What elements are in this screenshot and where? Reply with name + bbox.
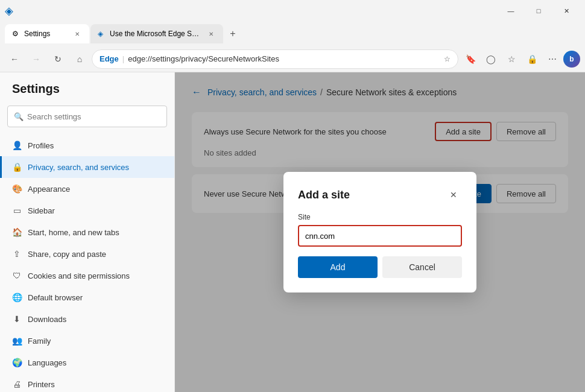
tab-edge[interactable]: ◈ Use the Microsoft Edge Secure N… ✕	[90, 24, 223, 43]
star-icon[interactable]: ☆	[444, 55, 451, 63]
family-icon: 👥	[12, 336, 22, 346]
modal-add-button[interactable]: Add	[298, 256, 378, 278]
address-bar: ← → ↻ ⌂ Edge | edge://settings/privacy/S…	[0, 46, 585, 72]
tab-settings-favicon: ⚙	[12, 30, 21, 38]
tab-settings-title: Settings	[24, 30, 69, 38]
modal-title: Add a site	[298, 189, 350, 201]
new-tab-button[interactable]: +	[224, 25, 241, 42]
search-box[interactable]: 🔍	[7, 106, 167, 127]
address-input-bar[interactable]: Edge | edge://settings/privacy/SecureNet…	[92, 49, 458, 69]
edge-logo-icon: ◈	[5, 4, 13, 17]
sidebar-item-downloads[interactable]: ⬇ Downloads	[0, 308, 174, 330]
sidebar-item-privacy[interactable]: 🔒 Privacy, search, and services	[0, 156, 174, 178]
sidebar-item-profiles[interactable]: 👤 Profiles	[0, 134, 174, 156]
sidebar-item-appearance-label: Appearance	[28, 185, 70, 194]
split-screen-icon[interactable]: ◯	[481, 49, 501, 69]
collections-icon[interactable]: 🔖	[461, 49, 480, 69]
favorites-icon[interactable]: ☆	[502, 49, 521, 69]
url-display: edge://settings/privacy/SecureNetworkSit…	[128, 54, 440, 63]
appearance-icon: 🎨	[12, 184, 22, 194]
languages-icon: 🌍	[12, 358, 22, 367]
title-bar: ◈ — □ ✕	[0, 0, 585, 22]
modal-overlay[interactable]: Add a site ✕ Site Add Cancel	[175, 72, 585, 392]
sidebar-item-default-browser-label: Default browser	[28, 293, 83, 302]
sidebar-item-start-home[interactable]: 🏠 Start, home, and new tabs	[0, 221, 174, 243]
privacy-icon: 🔒	[12, 162, 22, 172]
minimize-button[interactable]: —	[497, 0, 525, 22]
tab-edge-title: Use the Microsoft Edge Secure N…	[110, 30, 203, 38]
share-copy-icon: ⇪	[12, 249, 22, 259]
main-layout: Settings 🔍 👤 Profiles 🔒 Privacy, search,…	[0, 72, 585, 392]
search-input[interactable]	[27, 112, 160, 121]
window-controls: — □ ✕	[497, 0, 580, 22]
cookies-icon: 🛡	[12, 271, 22, 280]
tab-settings-close[interactable]: ✕	[72, 29, 82, 39]
add-site-modal: Add a site ✕ Site Add Cancel	[283, 172, 476, 292]
modal-close-button[interactable]: ✕	[445, 186, 462, 203]
sidebar-item-appearance[interactable]: 🎨 Appearance	[0, 178, 174, 200]
modal-actions: Add Cancel	[298, 256, 462, 278]
bing-copilot-icon[interactable]: b	[563, 51, 580, 68]
sidebar-item-sidebar-label: Sidebar	[28, 206, 55, 215]
content-area: ← Privacy, search, and services / Secure…	[175, 72, 585, 392]
sidebar-item-languages-label: Languages	[28, 358, 66, 367]
modal-header: Add a site ✕	[298, 186, 462, 203]
sidebar-item-printers-label: Printers	[28, 380, 55, 389]
tab-settings[interactable]: ⚙ Settings ✕	[5, 24, 89, 43]
home-button[interactable]: ⌂	[70, 49, 89, 69]
sidebar: Settings 🔍 👤 Profiles 🔒 Privacy, search,…	[0, 72, 175, 392]
sidebar-item-family-label: Family	[28, 337, 51, 346]
tab-edge-favicon: ◈	[98, 30, 106, 38]
sidebar-item-privacy-label: Privacy, search, and services	[28, 163, 129, 172]
search-icon: 🔍	[14, 112, 24, 121]
sidebar-title: Settings	[0, 82, 174, 106]
profiles-icon: 👤	[12, 141, 22, 150]
sidebar-item-default-browser[interactable]: 🌐 Default browser	[0, 286, 174, 308]
sidebar-icon: ▭	[12, 206, 22, 215]
sidebar-item-printers[interactable]: 🖨 Printers	[0, 373, 174, 392]
sidebar-item-cookies-label: Cookies and site permissions	[28, 271, 130, 280]
sidebar-item-start-home-label: Start, home, and new tabs	[28, 228, 119, 237]
sidebar-item-languages[interactable]: 🌍 Languages	[0, 352, 174, 373]
browser-essentials-icon[interactable]: 🔒	[522, 49, 542, 69]
modal-site-input[interactable]	[298, 225, 462, 247]
forward-button[interactable]: →	[27, 49, 46, 69]
modal-field-label: Site	[298, 213, 462, 221]
edge-label: Edge	[100, 54, 119, 63]
sidebar-item-family[interactable]: 👥 Family	[0, 330, 174, 352]
printers-icon: 🖨	[12, 379, 22, 389]
tab-edge-close[interactable]: ✕	[206, 29, 216, 39]
back-button[interactable]: ←	[5, 49, 24, 69]
toolbar-icons: 🔖 ◯ ☆ 🔒 ⋯ b	[461, 49, 580, 69]
sidebar-item-sidebar[interactable]: ▭ Sidebar	[0, 200, 174, 221]
more-tools-icon[interactable]: ⋯	[543, 49, 562, 69]
sidebar-item-profiles-label: Profiles	[28, 141, 54, 150]
tab-bar: ⚙ Settings ✕ ◈ Use the Microsoft Edge Se…	[0, 22, 585, 46]
sidebar-item-share-copy[interactable]: ⇪ Share, copy and paste	[0, 243, 174, 265]
refresh-button[interactable]: ↻	[48, 49, 68, 69]
start-home-icon: 🏠	[12, 227, 22, 237]
modal-cancel-button[interactable]: Cancel	[382, 256, 462, 278]
downloads-icon: ⬇	[12, 314, 22, 324]
sidebar-item-cookies[interactable]: 🛡 Cookies and site permissions	[0, 265, 174, 286]
sidebar-item-downloads-label: Downloads	[28, 315, 66, 324]
sidebar-item-share-copy-label: Share, copy and paste	[28, 250, 106, 259]
close-button[interactable]: ✕	[552, 0, 580, 22]
default-browser-icon: 🌐	[12, 292, 22, 302]
maximize-button[interactable]: □	[525, 0, 552, 22]
